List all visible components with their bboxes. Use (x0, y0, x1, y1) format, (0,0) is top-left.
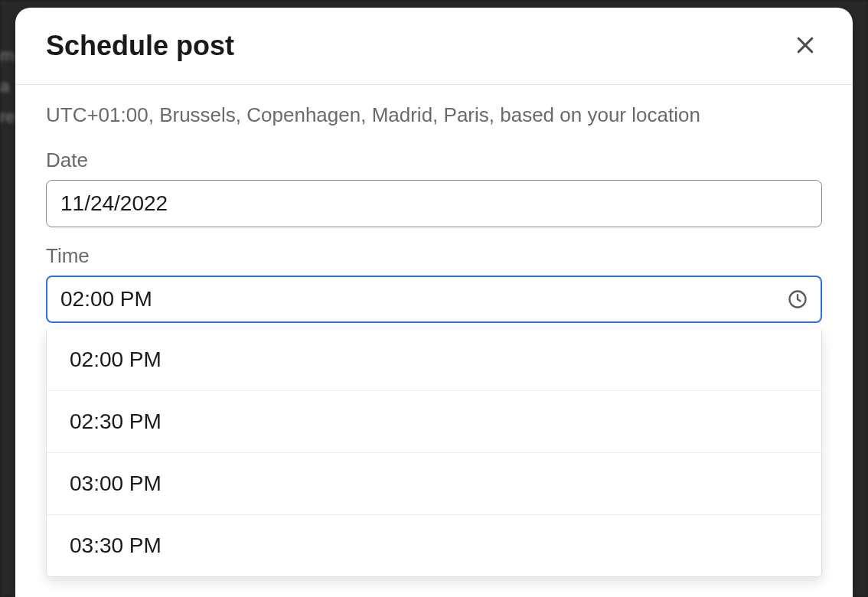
modal-header: Schedule post (15, 8, 853, 85)
time-input[interactable] (46, 276, 822, 323)
time-input-wrapper (46, 276, 822, 323)
close-icon (794, 34, 817, 59)
date-input[interactable] (46, 180, 822, 227)
date-label: Date (46, 148, 822, 172)
time-dropdown[interactable]: 02:00 PM 02:30 PM 03:00 PM 03:30 PM (46, 329, 822, 577)
time-field-group: Time (46, 244, 822, 323)
time-option[interactable]: 02:00 PM (47, 329, 821, 391)
time-option[interactable]: 03:30 PM (47, 515, 821, 576)
close-button[interactable] (788, 29, 822, 63)
modal-title: Schedule post (46, 30, 234, 62)
date-input-wrapper (46, 180, 822, 227)
time-label: Time (46, 244, 822, 268)
date-field-group: Date (46, 148, 822, 227)
time-option[interactable]: 03:00 PM (47, 453, 821, 515)
schedule-post-modal: Schedule post UTC+01:00, Brussels, Copen… (15, 8, 853, 597)
modal-body: UTC+01:00, Brussels, Copenhagen, Madrid,… (15, 85, 853, 597)
time-option[interactable]: 02:30 PM (47, 391, 821, 453)
timezone-info: UTC+01:00, Brussels, Copenhagen, Madrid,… (46, 103, 822, 127)
